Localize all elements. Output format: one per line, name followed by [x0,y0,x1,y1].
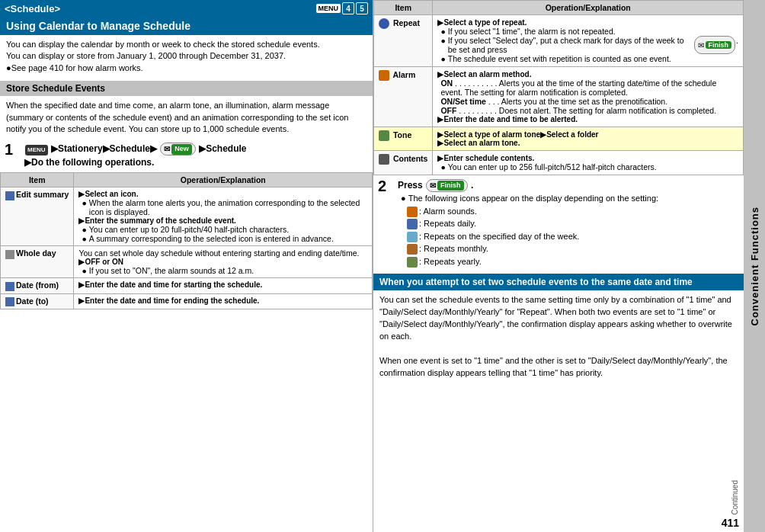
meta-num-5: 5 [356,2,368,14]
right-content: Item Operation/Explanation Repeat ▶Selec… [373,0,744,532]
sidebar-text: Convenient Functions [749,207,760,326]
continued-label: Continued [731,480,739,515]
right-col-header-op: Operation/Explanation [433,1,744,15]
item-repeat: Repeat [374,15,433,67]
alarm-off: OFF . . . . . . . . . Does not alert. Th… [440,106,738,115]
calendar-icon-small [5,191,14,200]
repeat-bullet-3: The schedule event set with repetition i… [440,54,738,63]
header-bar: <Schedule> MENU 4 5 [0,0,373,17]
tone-arrow-2: ▶Select an alarm tone. [437,139,738,147]
step2-bullet-1: The following icons appear on the displa… [401,192,658,205]
step2-number: 2 [378,178,395,194]
left-column: <Schedule> MENU 4 5 Using Calendar to Ma… [0,0,373,532]
bullet-2: You can enter up to 20 full-pitch/40 hal… [82,225,367,234]
repeat-arrow-1: ▶Select a type of repeat. [437,18,738,27]
attempt-body: You can set the schedule events to the s… [373,290,744,383]
item-whole-day: Whole day [1,246,74,278]
meta-icons: MENU 4 5 [316,2,369,14]
breadcrumb: <Schedule> [5,3,60,14]
contents-bullet-1: You can enter up to 256 full-pitch/512 h… [440,162,738,171]
table-row: Alarm ▶Select an alarm method. ON . . . … [374,67,744,127]
op-whole-day: You can set whole day schedule without e… [74,246,373,278]
intro-text: You can display the calendar by month or… [0,35,373,78]
bullet-3: A summary corresponding to the selected … [82,234,367,243]
tone-arrow-1: ▶Select a type of alarm tone▶Select a fo… [437,130,738,139]
daily-repeat-icon [407,219,418,229]
intro-line-3: ●See page 410 for how alarm works. [6,62,366,74]
step2-paren: . [471,180,473,191]
step1-stationery: ▶Stationery▶Schedule▶ [51,143,157,154]
bullet-1: When the alarm tone alerts you, the anim… [82,198,367,216]
step2-finish-label: Finish [437,181,464,191]
whole-day-text: You can set whole day schedule without e… [78,248,367,258]
intro-line-2: You can display or store from January 1,… [6,50,366,62]
monthly-repeat-icon [407,244,418,255]
store-heading: Store Schedule Events [0,81,373,96]
item-date-from: Date (from) [1,278,74,293]
calendar-to-icon [5,297,14,306]
table-row: Date (to) ▶Enter the date and time for e… [1,293,373,309]
alarm-arrow-2: ▶Enter the date and time to be alerted. [437,115,738,123]
col-header-operation: Operation/Explanation [74,173,373,187]
meta-label: MENU [316,4,341,13]
intro-line-1: You can display the calendar by month or… [6,39,366,50]
step1-number: 1 [5,142,21,157]
finish-label: Finish [706,41,732,49]
meta-num-4: 4 [342,2,354,14]
item-date-to: Date (to) [1,293,74,309]
week-repeat-icon [407,232,418,242]
sidebar-label: Convenient Functions [744,0,765,532]
repeat-bullet-1: If you select "1 time", the alarm is not… [440,27,738,36]
right-column: Item Operation/Explanation Repeat ▶Selec… [373,0,765,532]
attempt-para-1: You can set the schedule events to the s… [379,294,738,343]
alarm-on: ON . . . . . . . . . . Alerts you at the… [440,79,738,97]
right-table: Item Operation/Explanation Repeat ▶Selec… [373,0,744,175]
attempt-para-2: When one event is set to "1 time" and th… [379,355,738,380]
repeat-bullet-2: If you select "Select day", put a check … [440,36,738,54]
step2-finish-btn[interactable]: ✉Finish [426,179,468,192]
left-table: Item Operation/Explanation Edit summary … [0,172,373,309]
item-contents: Contents [374,151,433,175]
step2-icons: : Alarm sounds. : Repeats daily. : Repea… [407,205,658,268]
store-body: When the specified date and time come, a… [0,96,373,139]
op-arrow-3: ▶OFF or ON [78,258,367,266]
contents-icon [379,154,389,165]
repeat-icon [379,18,389,29]
step1-do: ▶Do the following operations. [24,157,154,168]
clock-icon-small [5,250,14,259]
bullet-4: If you set to "ON", the alarm sounds at … [82,266,367,275]
store-body-text: When the specified date and time come, a… [6,101,348,133]
alarm-icon [379,70,389,81]
table-row: Contents ▶Enter schedule contents. You c… [374,151,744,175]
item-edit-summary: Edit summary [1,187,74,246]
table-row: Edit summary ▶Select an icon. When the a… [1,187,373,246]
new-button-inline: ✉New [160,143,196,155]
item-alarm: Alarm [374,67,433,127]
new-label: New [171,144,192,155]
right-col-header-item: Item [374,1,433,15]
attempt-heading: When you attempt to set two schedule eve… [373,274,744,290]
op-tone: ▶Select a type of alarm tone▶Select a fo… [433,127,744,151]
finish-btn-inline: ✉Finish [694,36,736,54]
page-title: Using Calendar to Manage Schedule [0,17,373,35]
step2-press: Press [398,180,425,191]
icon-repeat-yearly: : Repeats yearly. [407,255,658,268]
op-date-to: ▶Enter the date and time for ending the … [74,293,373,309]
icon-alarm-sounds: : Alarm sounds. [407,205,658,218]
icon-repeat-daily: : Repeats daily. [407,217,658,230]
table-row: Whole day You can set whole day schedule… [1,246,373,278]
alarm-arrow-1: ▶Select an alarm method. [437,70,738,79]
step1-schedule: ▶Schedule [199,143,246,154]
alarm-sounds-icon [407,207,418,217]
op-alarm: ▶Select an alarm method. ON . . . . . . … [433,67,744,127]
item-tone: Tone [374,127,433,151]
step1-content: MENU ▶Stationery▶Schedule▶ ✉New ▶Schedul… [24,142,247,169]
icon-repeat-week: : Repeats on the specified day of the we… [407,230,658,243]
op-arrow-4: ▶Enter the date and time for starting th… [78,280,367,289]
table-row: Date (from) ▶Enter the date and time for… [1,278,373,293]
table-row-tone: Tone ▶Select a type of alarm tone▶Select… [374,127,744,151]
icon-repeat-monthly: : Repeats monthly. [407,242,658,255]
step1-row: 1 MENU ▶Stationery▶Schedule▶ ✉New ▶Sched… [0,139,373,172]
yearly-repeat-icon [407,257,418,268]
op-edit-summary: ▶Select an icon. When the alarm tone ale… [74,187,373,246]
